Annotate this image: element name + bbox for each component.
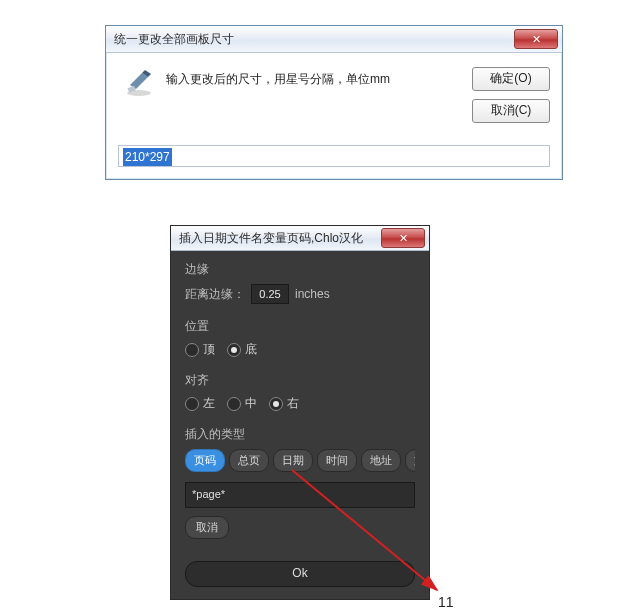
radio-icon xyxy=(227,343,241,357)
dialog2-body: 边缘 距离边缘： 0.25 inches 位置 顶 底 对齐 xyxy=(171,251,429,599)
insert-type-section-label: 插入的类型 xyxy=(185,426,415,443)
dialog2-title: 插入日期文件名变量页码,Chlo汉化 xyxy=(179,226,363,250)
token-input[interactable]: *page* xyxy=(185,482,415,508)
cancel-button[interactable]: 取消(C) xyxy=(472,99,550,123)
dialog1-prompt: 输入更改后的尺寸，用星号分隔，单位mm xyxy=(166,67,462,88)
align-option-right[interactable]: 右 xyxy=(269,395,299,412)
margin-input[interactable]: 0.25 xyxy=(251,284,289,304)
close-icon: ✕ xyxy=(399,226,408,250)
dialog1-title: 统一更改全部画板尺寸 xyxy=(114,26,234,52)
position-section-label: 位置 xyxy=(185,318,415,335)
margin-unit: inches xyxy=(295,287,330,301)
annotation-page-number: 11 xyxy=(438,594,454,610)
dialog1-close-button[interactable]: ✕ xyxy=(514,29,558,49)
type-option-page[interactable]: 页码 xyxy=(185,449,225,472)
type-option-path[interactable]: 地址 xyxy=(361,449,401,472)
dialog2-close-button[interactable]: ✕ xyxy=(381,228,425,248)
dialog2-titlebar[interactable]: 插入日期文件名变量页码,Chlo汉化 ✕ xyxy=(171,226,429,251)
ok-button[interactable]: 确定(O) xyxy=(472,67,550,91)
ok-button[interactable]: Ok xyxy=(185,561,415,587)
radio-icon xyxy=(185,397,199,411)
margin-section-label: 边缘 xyxy=(185,261,415,278)
align-section: 对齐 左 中 右 xyxy=(185,372,415,412)
resize-artboards-dialog: 统一更改全部画板尺寸 ✕ 输入更改后的尺寸，用星号分隔，单位mm 确定(O) 取… xyxy=(105,25,563,180)
type-option-filename[interactable]: 文件名 xyxy=(405,449,415,472)
size-input-value: 210*297 xyxy=(123,148,172,166)
margin-section: 边缘 距离边缘： 0.25 inches xyxy=(185,261,415,304)
position-option-top[interactable]: 顶 xyxy=(185,341,215,358)
margin-label: 距离边缘： xyxy=(185,286,245,303)
cancel-button[interactable]: 取消 xyxy=(185,516,229,539)
radio-icon xyxy=(227,397,241,411)
dialog1-titlebar[interactable]: 统一更改全部画板尺寸 ✕ xyxy=(106,26,562,53)
radio-icon xyxy=(185,343,199,357)
position-option-bottom[interactable]: 底 xyxy=(227,341,257,358)
type-option-date[interactable]: 日期 xyxy=(273,449,313,472)
close-icon: ✕ xyxy=(532,26,541,52)
script-icon xyxy=(122,67,156,97)
align-section-label: 对齐 xyxy=(185,372,415,389)
align-option-left[interactable]: 左 xyxy=(185,395,215,412)
position-section: 位置 顶 底 xyxy=(185,318,415,358)
radio-icon xyxy=(269,397,283,411)
dialog1-body: 输入更改后的尺寸，用星号分隔，单位mm 确定(O) 取消(C) 210*297 xyxy=(106,53,562,179)
insert-variable-dialog: 插入日期文件名变量页码,Chlo汉化 ✕ 边缘 距离边缘： 0.25 inche… xyxy=(170,225,430,600)
align-option-center[interactable]: 中 xyxy=(227,395,257,412)
type-option-total[interactable]: 总页 xyxy=(229,449,269,472)
size-input[interactable]: 210*297 xyxy=(118,145,550,167)
insert-type-section: 插入的类型 页码 总页 日期 时间 地址 文件名 xyxy=(185,426,415,472)
type-option-time[interactable]: 时间 xyxy=(317,449,357,472)
